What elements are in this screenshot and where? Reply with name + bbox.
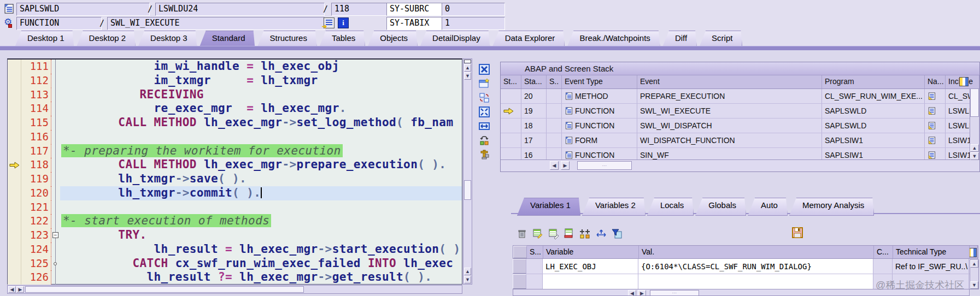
resize-horizontal-icon[interactable] — [478, 120, 491, 132]
fold-margin[interactable] — [51, 200, 60, 215]
variable-row-1[interactable]: LH_EXEC_OBJ{O:6104*\CLASS=CL_SWF_RUN_WIM… — [513, 259, 978, 274]
scroll-left-icon[interactable]: ◀ — [8, 286, 16, 293]
fold-margin[interactable] — [51, 172, 60, 186]
var-tab-variables-1[interactable]: Variables 1 — [517, 198, 580, 216]
swap-panel-icon[interactable] — [478, 92, 491, 104]
scrollbar-thumb[interactable] — [464, 180, 471, 200]
fold-margin[interactable] — [51, 102, 60, 116]
editor-vertical-scrollbar[interactable]: ▲ ▼ ▲ ▼ — [463, 58, 472, 285]
var-tab-locals[interactable]: Locals — [647, 198, 694, 216]
code-line-119[interactable]: 119 lh_txmgr->save( ). — [8, 172, 462, 186]
save-icon[interactable] — [791, 227, 805, 240]
scroll-up-icon[interactable]: ▲ — [464, 268, 471, 275]
scroll-right-icon[interactable]: ▶ — [561, 161, 570, 170]
scroll-down-icon[interactable]: ▼ — [970, 152, 979, 160]
breakpoint-margin[interactable] — [8, 228, 21, 242]
stack-col-event-type[interactable]: Event Type — [562, 75, 637, 88]
breakpoint-margin[interactable] — [8, 130, 21, 144]
navigate-icon[interactable] — [928, 121, 936, 130]
variables-vertical-scrollbar[interactable]: ▲ ▼ — [970, 259, 979, 289]
code-line-113[interactable]: 113 RECEIVING — [8, 88, 462, 102]
swap-sessions-icon[interactable] — [478, 134, 491, 146]
scroll-left-icon[interactable]: ◀ — [550, 161, 559, 170]
scroll-right-icon[interactable]: ▶ — [638, 290, 646, 296]
navigate-icon[interactable] — [928, 136, 936, 145]
breakpoint-margin[interactable] — [8, 214, 21, 228]
stack-row-17[interactable]: 17FORMWI_DISPATCH_FUNCTIONSAPLSIW1LSIW1F… — [501, 133, 979, 148]
sy-subrc-value-field[interactable]: 0 — [442, 3, 505, 16]
scroll-up-icon[interactable]: ▲ — [970, 260, 978, 268]
collapse-icon[interactable]: − — [52, 232, 58, 238]
display-variable-icon[interactable] — [548, 228, 560, 240]
breakpoint-margin[interactable] — [8, 88, 21, 102]
fold-margin[interactable] — [51, 116, 60, 130]
fold-margin[interactable] — [51, 186, 60, 200]
row-selector-header[interactable] — [513, 246, 527, 258]
fold-margin[interactable]: − — [51, 228, 60, 242]
breakpoint-margin[interactable] — [8, 200, 21, 215]
var-tab-globals[interactable]: Globals — [695, 198, 746, 216]
include-field[interactable]: LSWLDU24 — [155, 3, 325, 16]
info-icon[interactable]: i — [338, 17, 349, 28]
insert-variables-icon[interactable] — [579, 228, 591, 240]
stack-row-19[interactable]: 19FUNCTIONSWL_WI_EXECUTESAPLSWLDLSWLDU2 — [501, 104, 979, 119]
breakpoint-margin[interactable] — [8, 102, 21, 116]
code-line-124[interactable]: 124 lh_result = lh_exec_mgr->start_execu… — [8, 242, 462, 257]
code-line-123[interactable]: 123− TRY. — [8, 228, 462, 242]
line-number-field[interactable]: 118 — [331, 3, 389, 16]
maximize-icon[interactable] — [478, 106, 491, 118]
scroll-up-icon[interactable]: ▲ — [464, 64, 471, 72]
event-type-field[interactable]: FUNCTION — [16, 17, 102, 30]
scrollbar-thumb[interactable]: ⋯ — [650, 290, 699, 296]
sy-tabix-label-field[interactable]: SY-TABIX — [386, 17, 444, 30]
scroll-down-icon[interactable]: ▼ — [464, 72, 471, 80]
code-line-120[interactable]: 120 lh_txmgr->commit( ). — [8, 186, 462, 200]
code-line-111[interactable]: 111 im_wi_handle = lh_exec_obj — [8, 60, 462, 74]
code-line-112[interactable]: 112 im_txmgr = lh_txmgr — [8, 74, 462, 88]
fold-margin[interactable] — [51, 270, 60, 285]
program-field[interactable]: SAPLSWLD — [16, 3, 150, 16]
stack-col-st[interactable]: St... — [501, 75, 521, 88]
stack-col-na[interactable]: Na... — [925, 75, 946, 88]
code-line-121[interactable]: 121 — [8, 200, 462, 215]
var-col-config[interactable] — [970, 246, 978, 258]
breakpoint-margin[interactable] — [8, 74, 21, 88]
splitter-handle[interactable] — [464, 60, 471, 63]
filter-icon[interactable] — [611, 228, 623, 240]
breakpoint-margin[interactable] — [8, 158, 21, 172]
fold-margin[interactable] — [51, 144, 60, 158]
code-line-116[interactable]: 116 — [8, 130, 462, 144]
fold-margin[interactable] — [51, 257, 60, 271]
code-line-125[interactable]: 125 CATCH cx_swf_run_wim_exec_failed INT… — [8, 257, 462, 271]
close-icon[interactable] — [478, 63, 491, 75]
var-tab-memory-analysis[interactable]: Memory Analysis — [789, 198, 874, 216]
display-list-icon[interactable]: ➔ — [324, 17, 335, 28]
code-line-126[interactable]: 126 lh_result ?= lh_exec_mgr->get_result… — [8, 270, 462, 285]
fold-margin[interactable] — [51, 74, 60, 88]
var-col-variable[interactable]: Variable — [543, 246, 639, 258]
fold-margin[interactable] — [51, 130, 60, 144]
var-col-val[interactable]: Val. — [639, 246, 874, 258]
scrollbar-thumb[interactable] — [970, 88, 979, 117]
column-layout-icon[interactable] — [970, 248, 977, 257]
fold-margin[interactable] — [51, 158, 60, 172]
scroll-down-icon[interactable]: ▼ — [464, 276, 471, 283]
breakpoint-margin[interactable] — [8, 257, 21, 271]
services-icon[interactable] — [478, 149, 491, 161]
sy-tabix-value-field[interactable]: 1 — [442, 17, 505, 30]
sy-subrc-label-field[interactable]: SY-SUBRC — [386, 3, 444, 16]
var-tab-variables-2[interactable]: Variables 2 — [582, 198, 645, 216]
delete-icon[interactable] — [516, 228, 528, 240]
var-tab-auto[interactable]: Auto — [748, 198, 788, 216]
stack-col-s[interactable]: S.. — [547, 75, 562, 88]
stack-row-18[interactable]: 18FUNCTIONSWL_WI_DISPATCHSAPLSWLDLSWLDU0 — [501, 119, 979, 133]
stack-col-event[interactable]: Event — [637, 75, 822, 88]
var-col-technical-type[interactable]: Technical Type — [893, 246, 970, 258]
var-col-c[interactable]: C... — [874, 246, 893, 258]
stack-row-20[interactable]: 20METHODPREPARE_EXECUTIONCL_SWF_RUN_WIM_… — [501, 89, 979, 104]
navigate-icon[interactable] — [928, 92, 936, 100]
change-variable-icon[interactable] — [532, 228, 544, 240]
breakpoint-margin[interactable] — [8, 116, 21, 130]
row-selector[interactable] — [513, 274, 526, 289]
row-selector[interactable] — [513, 259, 526, 274]
